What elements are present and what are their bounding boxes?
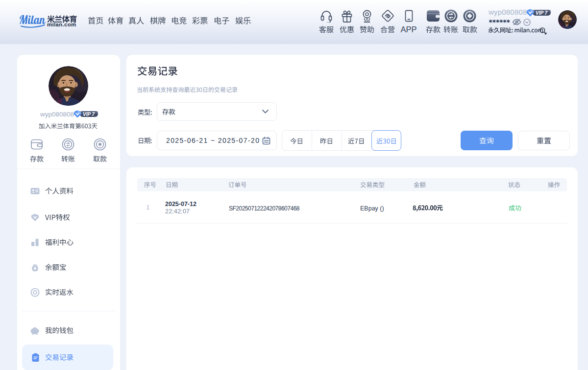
svg-text:VIP 7: VIP 7 (83, 112, 95, 117)
svg-text:VIP 7: VIP 7 (536, 10, 548, 16)
